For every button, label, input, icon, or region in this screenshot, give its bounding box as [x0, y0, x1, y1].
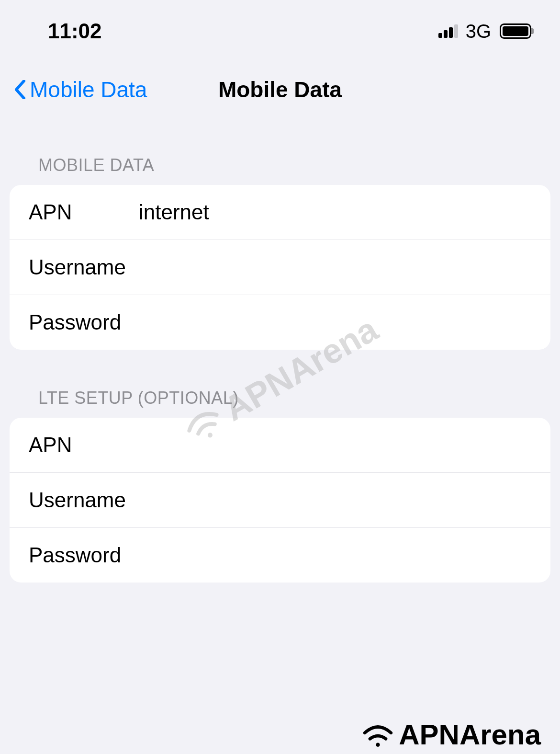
signal-icon — [438, 24, 458, 38]
lte-username-label: Username — [29, 488, 139, 512]
watermark-bottom: APNArena — [360, 718, 541, 751]
lte-apn-label: APN — [29, 433, 139, 457]
status-bar: 11:02 3G — [0, 0, 560, 53]
username-input[interactable] — [139, 255, 531, 279]
status-time: 11:02 — [48, 19, 102, 43]
watermark-bottom-text: APNArena — [399, 718, 541, 751]
lte-apn-input[interactable] — [139, 433, 531, 457]
row-lte-apn[interactable]: APN — [10, 418, 550, 473]
row-password[interactable]: Password — [10, 295, 550, 350]
content: MOBILE DATA APN Username Password LTE SE… — [0, 117, 560, 583]
username-label: Username — [29, 255, 139, 279]
password-label: Password — [29, 310, 139, 334]
section-header-mobile-data: MOBILE DATA — [10, 155, 550, 185]
battery-icon — [500, 23, 531, 39]
page-title: Mobile Data — [218, 77, 342, 103]
lte-password-input[interactable] — [139, 543, 531, 567]
password-input[interactable] — [139, 310, 531, 334]
wifi-icon — [360, 721, 396, 749]
back-button[interactable]: Mobile Data — [14, 77, 147, 103]
apn-label: APN — [29, 200, 139, 224]
row-lte-password[interactable]: Password — [10, 528, 550, 583]
status-indicators: 3G — [438, 21, 531, 42]
row-lte-username[interactable]: Username — [10, 473, 550, 528]
chevron-left-icon — [14, 80, 26, 99]
lte-password-label: Password — [29, 543, 139, 567]
section-lte-setup: APN Username Password — [10, 418, 550, 583]
section-mobile-data: APN Username Password — [10, 185, 550, 350]
section-header-lte: LTE SETUP (OPTIONAL) — [10, 388, 550, 418]
navigation-bar: Mobile Data Mobile Data — [0, 53, 560, 117]
network-type-label: 3G — [466, 21, 491, 42]
row-apn[interactable]: APN — [10, 185, 550, 240]
lte-username-input[interactable] — [139, 488, 531, 512]
row-username[interactable]: Username — [10, 240, 550, 295]
apn-input[interactable] — [139, 200, 531, 224]
back-label: Mobile Data — [30, 77, 147, 103]
